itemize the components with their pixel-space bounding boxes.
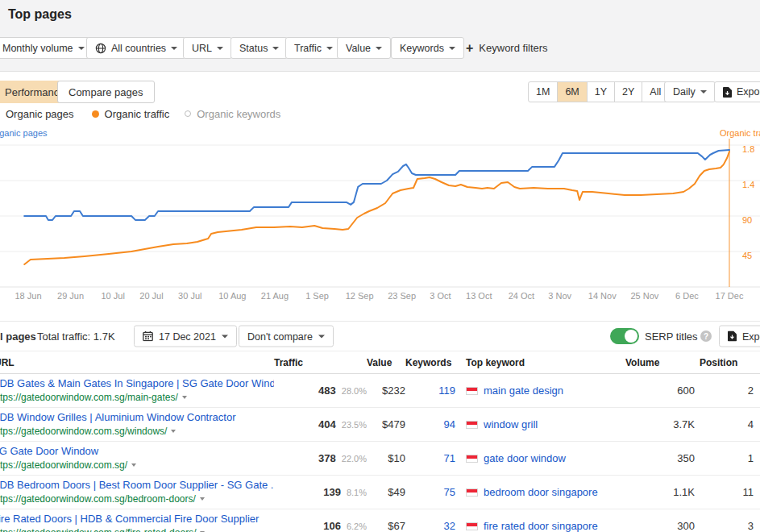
chart-export-button[interactable]: Export: [714, 81, 760, 102]
traffic-value: 404: [318, 418, 336, 430]
hollow-dot-icon: [185, 110, 191, 117]
col-value[interactable]: Value: [367, 352, 405, 373]
report-header: Top pages Monthly volume All countries U…: [0, 0, 760, 72]
chevron-down-icon: [376, 47, 382, 50]
serp-titles-toggle[interactable]: [610, 328, 639, 344]
table-row: HDB Window Grilles | Aluminium Window Co…: [0, 407, 760, 441]
page-url-link[interactable]: https://gatedoorwindow.com.sg/bedroom-do…: [0, 493, 196, 505]
singapore-flag-icon: [466, 455, 478, 463]
toggle-knob: [625, 330, 637, 343]
page-title-link[interactable]: SG Gate Door Window: [0, 445, 274, 457]
page-url-link[interactable]: https://gatedoorwindow.com.sg/fire-rated…: [0, 527, 196, 532]
right-axis-tick-label: 1.8: [742, 144, 754, 154]
page-title-link[interactable]: HDB Window Grilles | Aluminium Window Co…: [0, 411, 274, 423]
traffic-percent: 22.0%: [342, 454, 367, 463]
orange-dot-icon: [92, 110, 99, 118]
position-cell: 11: [700, 475, 760, 509]
page-url-link[interactable]: https://gatedoorwindow.com.sg/: [0, 459, 127, 471]
x-tick-label: 29 Jun: [57, 291, 84, 301]
legend-organic-pages[interactable]: Organic pages: [6, 108, 74, 120]
url-expand-icon[interactable]: [182, 396, 187, 399]
x-tick-label: 30 Jul: [178, 291, 201, 301]
traffic-percent: 8.1%: [347, 488, 367, 497]
range-2y[interactable]: 2Y: [614, 82, 642, 102]
url-expand-icon[interactable]: [131, 463, 136, 467]
granularity-dropdown[interactable]: Daily: [664, 81, 716, 102]
top-keyword-link[interactable]: fire rated door singapore: [484, 520, 598, 532]
traffic-percent: 28.0%: [342, 386, 367, 396]
x-tick-label: 21 Aug: [261, 291, 289, 301]
x-tick-label: 20 Jul: [139, 291, 163, 301]
page-url-link[interactable]: https://gatedoorwindow.com.sg/windows/: [0, 426, 167, 437]
legend-organic-keywords[interactable]: Organic keywords: [185, 108, 280, 120]
chevron-down-icon: [700, 90, 707, 94]
filter-keywords[interactable]: Keywords: [391, 37, 464, 59]
volume-cell: 3.7K: [625, 407, 700, 441]
chevron-down-icon: [449, 47, 455, 50]
filter-monthly-volume[interactable]: Monthly volume: [0, 37, 93, 59]
page-title-link[interactable]: HDB Gates & Main Gates In Singapore | SG…: [0, 377, 274, 389]
page-title: Top pages: [8, 7, 72, 22]
right-axis-tick-label: 45: [742, 251, 752, 260]
col-position[interactable]: Position: [700, 352, 760, 373]
page-title-link[interactable]: Fire Rated Doors | HDB & Commercial Fire…: [0, 513, 274, 525]
table-export-button[interactable]: Export: [719, 326, 760, 347]
plus-icon: +: [466, 42, 473, 55]
pages-count-label: l pages: [0, 330, 36, 343]
url-expand-icon[interactable]: [200, 497, 205, 501]
keywords-count-link[interactable]: 75: [444, 486, 455, 498]
top-keyword-link[interactable]: bedroom door singapore: [484, 486, 598, 498]
right-axis-tick-label: 90: [742, 215, 752, 225]
add-keyword-filters-button[interactable]: + Keyword filters: [466, 37, 548, 59]
volume-cell: 350: [625, 441, 700, 475]
filter-value[interactable]: Value: [337, 37, 391, 59]
col-url[interactable]: URL: [0, 357, 15, 368]
keywords-count-link[interactable]: 94: [444, 418, 455, 430]
keywords-count-link[interactable]: 32: [444, 520, 455, 532]
range-6m[interactable]: 6M: [557, 82, 586, 102]
legend-organic-traffic[interactable]: Organic traffic: [92, 108, 170, 120]
url-expand-icon[interactable]: [171, 430, 176, 433]
col-keywords[interactable]: Keywords: [405, 352, 455, 373]
table-toolbar: l pages Total traffic: 1.7K 17 Dec 2021 …: [0, 321, 760, 351]
table-row: Fire Rated Doors | HDB & Commercial Fire…: [0, 509, 760, 532]
filter-status[interactable]: Status: [230, 37, 288, 59]
organic-traffic-line[interactable]: [24, 152, 729, 264]
compare-dropdown[interactable]: Don't compare: [239, 326, 334, 347]
organic-pages-line[interactable]: [24, 150, 729, 220]
filter-url[interactable]: URL: [183, 37, 232, 59]
top-keyword-link[interactable]: main gate design: [484, 384, 563, 397]
chevron-down-icon: [78, 47, 85, 50]
singapore-flag-icon: [466, 488, 478, 497]
col-top-keyword[interactable]: Top keyword: [455, 352, 625, 373]
volume-cell: 300: [625, 509, 700, 532]
top-keyword-link[interactable]: gate door window: [484, 452, 566, 464]
col-volume[interactable]: Volume: [625, 352, 700, 373]
position-cell: 3: [700, 509, 760, 532]
page-title-link[interactable]: HDB Bedroom Doors | Best Room Door Suppl…: [0, 479, 274, 491]
range-1m[interactable]: 1M: [529, 82, 557, 102]
chevron-down-icon: [222, 335, 228, 338]
keywords-count-link[interactable]: 119: [438, 384, 455, 397]
right-axis-tick-label: 1.4: [742, 180, 754, 189]
col-traffic[interactable]: Traffic: [274, 352, 367, 373]
date-picker-button[interactable]: 17 Dec 2021: [134, 326, 237, 347]
top-keyword-link[interactable]: window grill: [484, 418, 538, 430]
help-icon[interactable]: ?: [700, 330, 712, 342]
tab-compare-pages[interactable]: Compare pages: [57, 81, 155, 103]
chevron-down-icon: [217, 47, 223, 50]
value-cell: $232: [367, 373, 405, 407]
value-cell: $479: [367, 407, 405, 441]
chevron-down-icon: [326, 47, 333, 50]
position-cell: 4: [700, 407, 760, 441]
filter-all-countries[interactable]: All countries: [86, 37, 186, 59]
x-tick-label: 1 Sep: [305, 291, 329, 301]
chevron-down-icon: [272, 47, 279, 50]
filter-traffic[interactable]: Traffic: [285, 37, 342, 59]
page-url-link[interactable]: https://gatedoorwindow.com.sg/main-gates…: [0, 392, 178, 403]
range-1y[interactable]: 1Y: [587, 82, 614, 102]
value-cell: $10: [367, 441, 405, 475]
keywords-count-link[interactable]: 71: [444, 452, 455, 464]
date-range-group: 1M 6M 1Y 2Y All: [528, 81, 669, 102]
x-tick-label: 10 Aug: [218, 291, 246, 301]
